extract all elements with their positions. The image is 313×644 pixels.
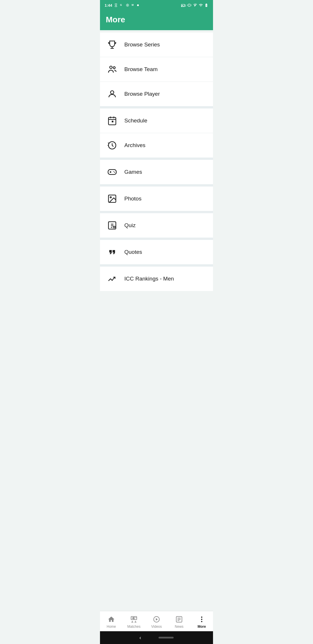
icc-rankings-label: ICC Rankings - Men	[124, 276, 174, 282]
image-icon	[106, 192, 119, 205]
person-icon	[106, 88, 119, 100]
battery-icon	[204, 3, 208, 7]
browse-player-label: Browse Player	[124, 91, 160, 97]
divider-1	[100, 106, 213, 108]
signal-icon	[199, 3, 203, 7]
svg-rect-7	[185, 5, 186, 6]
schedule-label: Schedule	[124, 117, 147, 124]
quotes-icon	[106, 246, 119, 258]
team-icon	[106, 63, 119, 76]
menu-item-archives[interactable]: Archives	[100, 133, 213, 158]
menu-section-photos: Photos	[100, 187, 213, 211]
status-time: 1:44	[105, 3, 112, 8]
menu-item-browse-player[interactable]: Browse Player	[100, 82, 213, 106]
svg-text:?: ?	[114, 227, 115, 228]
photos-label: Photos	[124, 196, 141, 202]
svg-point-17	[110, 197, 111, 198]
status-bar: 1:44 G M	[100, 0, 213, 10]
divider-2	[100, 158, 213, 160]
quiz-icon: ?	[106, 219, 119, 232]
wifi-icon	[193, 3, 197, 7]
menu-item-icc-rankings-men[interactable]: ICC Rankings - Men	[100, 267, 213, 291]
menu-item-games[interactable]: Games	[100, 160, 213, 184]
menu-item-quiz[interactable]: ? Quiz	[100, 213, 213, 238]
divider-5	[100, 238, 213, 240]
page-title: More	[106, 15, 207, 24]
dot-icon	[137, 4, 139, 6]
menu-item-browse-team[interactable]: Browse Team	[100, 57, 213, 82]
status-right	[181, 3, 208, 7]
history-icon	[106, 139, 119, 152]
menu-section-quotes: Quotes	[100, 240, 213, 264]
trending-icon	[106, 272, 119, 285]
svg-text:M: M	[132, 4, 134, 6]
divider-4	[100, 211, 213, 213]
svg-point-2	[127, 5, 128, 6]
hourglass-icon	[114, 3, 118, 7]
menu-item-schedule[interactable]: Schedule	[100, 108, 213, 133]
svg-point-10	[110, 91, 114, 94]
svg-rect-12	[112, 121, 114, 122]
menu-section-schedule: Schedule Archives	[100, 108, 213, 158]
games-label: Games	[124, 169, 142, 175]
gamepad-icon	[106, 166, 119, 178]
divider-6	[100, 264, 213, 267]
archives-label: Archives	[124, 142, 145, 149]
menu-section-rankings: ICC Rankings - Men	[100, 267, 213, 291]
svg-text:G: G	[120, 4, 122, 6]
svg-rect-13	[108, 170, 116, 175]
menu-item-photos[interactable]: Photos	[100, 187, 213, 211]
browse-series-label: Browse Series	[124, 41, 160, 48]
menu-item-browse-series[interactable]: Browse Series	[100, 32, 213, 57]
page-header: More	[100, 10, 213, 30]
menu-section-quiz: ? Quiz	[100, 213, 213, 238]
m-icon: M	[131, 3, 135, 7]
vibrate-icon	[187, 3, 191, 7]
trophy-icon	[106, 38, 119, 51]
status-left: 1:44 G M	[105, 3, 139, 8]
svg-point-14	[113, 171, 114, 172]
record-icon	[125, 3, 130, 7]
menu-list: Browse Series Browse Team Browse Playe	[100, 32, 213, 291]
g-icon: G	[120, 3, 124, 7]
menu-section-browse: Browse Series Browse Team Browse Playe	[100, 32, 213, 106]
divider-3	[100, 184, 213, 187]
quotes-label: Quotes	[124, 249, 142, 255]
cast-icon	[181, 3, 186, 7]
svg-point-4	[137, 4, 139, 6]
svg-point-8	[110, 66, 112, 69]
browse-team-label: Browse Team	[124, 66, 158, 73]
svg-point-15	[114, 172, 115, 173]
quiz-label: Quiz	[124, 222, 136, 229]
svg-point-9	[113, 67, 115, 69]
menu-section-games: Games	[100, 160, 213, 184]
calendar-icon	[106, 114, 119, 127]
menu-item-quotes[interactable]: Quotes	[100, 240, 213, 264]
